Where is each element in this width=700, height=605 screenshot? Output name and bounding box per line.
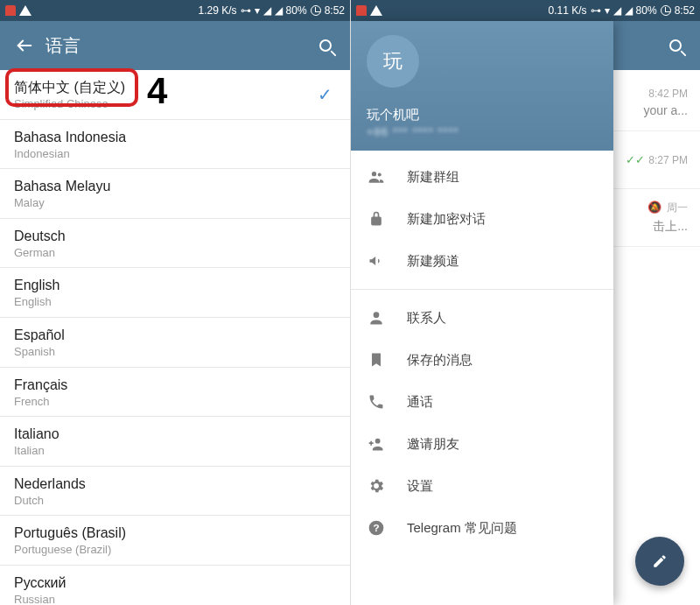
network-speed: 0.11 K/s (549, 4, 587, 17)
toolbar: 语言 (0, 21, 350, 70)
language-item[interactable]: РусскийRussian (0, 566, 350, 605)
drawer-header: 玩 玩个机吧 +86 *** **** **** (351, 21, 613, 151)
language-list[interactable]: 简体中文 (自定义)Simplified Chinese✓Bahasa Indo… (0, 70, 350, 605)
language-name: Bahasa Indonesia (14, 129, 126, 146)
wifi-icon: ▾ (605, 4, 610, 17)
network-speed: 1.29 K/s (199, 4, 237, 17)
signal-icon: ◢ (613, 4, 621, 17)
svg-point-4 (375, 439, 381, 444)
pencil-icon (652, 553, 668, 569)
drawer-item[interactable]: 邀请朋友 (351, 423, 613, 465)
language-name: Bahasa Melayu (14, 178, 110, 195)
language-item[interactable]: EspañolSpanish (0, 318, 350, 368)
double-check-icon: ✓✓ (626, 153, 645, 166)
drawer-item-label: 新建频道 (407, 253, 459, 270)
svg-point-3 (374, 312, 380, 318)
status-bar: 0.11 K/s ⊶ ▾ ◢ ◢ 80% 8:52 (351, 0, 700, 21)
drawer-menu: 新建群组新建加密对话新建频道联系人保存的消息通话邀请朋友设置?Telegram … (351, 151, 613, 549)
language-subtitle: German (14, 246, 66, 260)
language-item[interactable]: FrançaisFrench (0, 368, 350, 418)
page-title: 语言 (46, 34, 80, 58)
drawer-item-label: 保存的消息 (407, 352, 472, 369)
drawer-item-label: 新建加密对话 (407, 211, 486, 228)
chat-snippet: your a... (643, 103, 688, 117)
clock-icon (311, 5, 321, 16)
search-icon (669, 39, 682, 52)
signal-icon-2: ◢ (275, 4, 283, 17)
profile-name: 玩个机吧 (367, 107, 598, 123)
drawer-item-label: 联系人 (407, 310, 446, 327)
add-person-icon (367, 435, 386, 453)
language-item[interactable]: Português (Brasil)Portuguese (Brazil) (0, 516, 350, 566)
avatar-initial: 玩 (383, 48, 402, 74)
wifi-icon: ▾ (255, 4, 260, 17)
drawer-item[interactable]: 设置 (351, 465, 613, 507)
warning-icon (370, 5, 382, 16)
language-name: Français (14, 376, 67, 394)
status-time: 8:52 (325, 4, 345, 17)
status-bar: 1.29 K/s ⊶ ▾ ◢ ◢ 80% 8:52 (0, 0, 350, 21)
drawer-item-label: 通话 (407, 394, 433, 411)
vpn-key-icon: ⊶ (591, 4, 601, 17)
language-subtitle: English (14, 295, 60, 309)
language-subtitle: Spanish (14, 345, 65, 359)
signal-icon: ◢ (263, 4, 271, 17)
compose-fab[interactable] (635, 537, 684, 586)
megaphone-icon (367, 252, 386, 270)
language-item[interactable]: Bahasa MelayuMalay (0, 169, 350, 219)
language-subtitle: Italian (14, 444, 60, 458)
warning-icon (19, 5, 32, 16)
status-time: 8:52 (675, 4, 695, 17)
avatar[interactable]: 玩 (367, 35, 419, 88)
drawer-item-label: 新建群组 (407, 169, 459, 186)
search-button[interactable] (308, 28, 343, 63)
language-subtitle: Simplified Chinese (14, 97, 125, 111)
chat-time: 8:42 PM (648, 88, 688, 100)
lock-icon (367, 210, 386, 228)
drawer-item-label: Telegram 常见问题 (407, 520, 517, 537)
chat-snippet: 击上... (653, 219, 688, 235)
drawer-item-label: 邀请朋友 (407, 436, 459, 453)
bookmark-icon (367, 351, 386, 369)
group-icon (367, 168, 386, 186)
drawer-item[interactable]: 新建频道 (351, 240, 613, 282)
language-subtitle: Indonesian (14, 147, 126, 161)
drawer-item-label: 设置 (407, 478, 433, 495)
language-name: Deutsch (14, 228, 66, 245)
language-item[interactable]: Bahasa IndonesiaIndonesian (0, 120, 350, 170)
chat-time: 周一 (667, 201, 688, 214)
app-badge-icon (5, 5, 16, 16)
drawer-item[interactable]: 新建加密对话 (351, 198, 613, 240)
battery-percent: 80% (286, 4, 307, 17)
phone-icon (367, 393, 386, 411)
arrow-left-icon (15, 36, 34, 55)
language-item[interactable]: ItalianoItalian (0, 417, 350, 467)
chat-time: 8:27 PM (648, 154, 688, 166)
language-name: English (14, 277, 60, 294)
language-subtitle: French (14, 395, 67, 409)
drawer-item[interactable]: 通话 (351, 381, 613, 423)
drawer-item[interactable]: ?Telegram 常见问题 (351, 507, 613, 549)
language-name: Nederlands (14, 475, 86, 493)
language-name: Español (14, 327, 65, 344)
drawer-item[interactable]: 新建群组 (351, 156, 613, 198)
person-icon (367, 309, 386, 327)
language-name: Português (Brasil) (14, 524, 126, 542)
divider (351, 289, 613, 290)
search-button[interactable] (658, 28, 693, 63)
language-name: 简体中文 (自定义) (14, 79, 125, 96)
language-item[interactable]: EnglishEnglish (0, 268, 350, 318)
back-button[interactable] (7, 28, 42, 63)
language-item[interactable]: 简体中文 (自定义)Simplified Chinese✓ (0, 70, 350, 120)
language-item[interactable]: DeutschGerman (0, 219, 350, 269)
clock-icon (661, 5, 671, 16)
screen-language-settings: 1.29 K/s ⊶ ▾ ◢ ◢ 80% 8:52 语言 简体中文 (自定义)S… (0, 0, 350, 605)
check-icon: ✓ (318, 84, 336, 105)
language-item[interactable]: NederlandsDutch (0, 467, 350, 517)
mute-icon: 🔕 (648, 200, 662, 214)
drawer-item[interactable]: 联系人 (351, 297, 613, 339)
signal-icon-2: ◢ (625, 4, 633, 17)
drawer-item[interactable]: 保存的消息 (351, 339, 613, 381)
language-subtitle: Portuguese (Brazil) (14, 543, 126, 557)
language-subtitle: Malay (14, 196, 110, 210)
